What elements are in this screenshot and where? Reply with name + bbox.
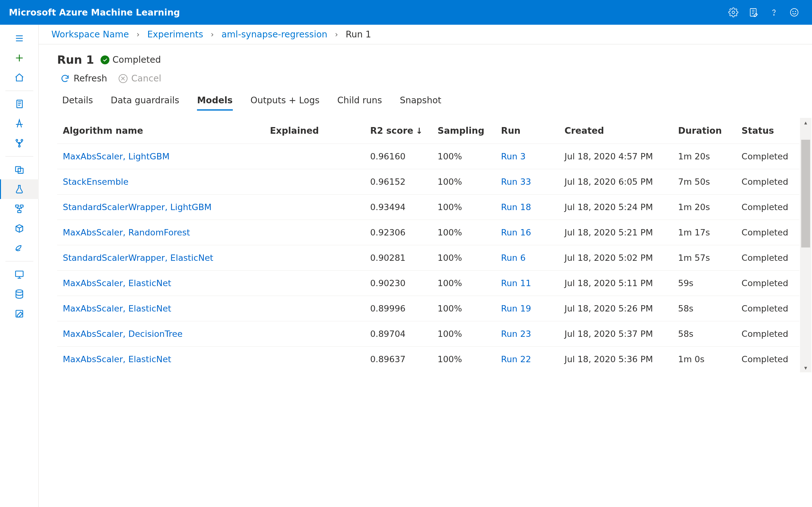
chevron-right-icon: › [335, 30, 338, 39]
col-r2score[interactable]: R2 score↓ [364, 118, 432, 144]
breadcrumb-current: Run 1 [346, 29, 371, 40]
new-plus-icon[interactable] [0, 48, 39, 68]
algorithm-link[interactable]: MaxAbsScaler, ElasticNet [63, 303, 171, 314]
run-link[interactable]: Run 16 [501, 228, 531, 237]
svg-point-8 [21, 139, 22, 141]
cell-status: Completed [736, 245, 799, 271]
vertical-scrollbar[interactable]: ▴ ▾ [800, 118, 811, 372]
refresh-button[interactable]: Refresh [60, 73, 107, 83]
cell-explained [264, 220, 364, 245]
scrollbar-thumb[interactable] [801, 140, 810, 247]
home-icon[interactable] [0, 68, 39, 88]
col-status[interactable]: Status [736, 118, 799, 144]
cell-r2: 0.89996 [364, 296, 432, 321]
cell-status: Completed [736, 169, 799, 194]
tab-outputs-logs[interactable]: Outputs + Logs [251, 91, 320, 110]
hamburger-menu-icon[interactable] [0, 29, 39, 48]
run-link[interactable]: Run 6 [501, 253, 526, 263]
algorithm-link[interactable]: StackEnsemble [63, 177, 129, 187]
cell-sampling: 100% [432, 271, 496, 296]
status-label: Completed [113, 55, 161, 65]
cell-sampling: 100% [432, 220, 496, 245]
pipelines-icon[interactable] [0, 199, 39, 219]
cell-r2: 0.90230 [364, 271, 432, 296]
run-link[interactable]: Run 23 [501, 329, 531, 339]
cell-status: Completed [736, 144, 799, 169]
designer-icon[interactable] [0, 133, 39, 153]
models-table: Algorithm name Explained R2 score↓ Sampl… [57, 118, 799, 372]
col-run[interactable]: Run [496, 118, 559, 144]
breadcrumb-workspace[interactable]: Workspace Name [51, 29, 129, 40]
svg-rect-16 [15, 271, 23, 276]
cancel-icon: ✕ [119, 74, 128, 83]
algorithm-link[interactable]: MaxAbsScaler, RandomForest [63, 228, 190, 237]
help-icon[interactable] [765, 3, 783, 21]
algorithm-link[interactable]: StandardScalerWrapper, LightGBM [63, 202, 212, 212]
tab-models[interactable]: Models [197, 91, 233, 110]
cell-explained [264, 296, 364, 321]
run-link[interactable]: Run 3 [501, 152, 526, 161]
tab-snapshot[interactable]: Snapshot [400, 91, 441, 110]
svg-rect-14 [20, 205, 23, 207]
experiments-icon[interactable] [0, 179, 39, 199]
scroll-up-arrow-icon[interactable]: ▴ [804, 118, 807, 127]
col-algorithm[interactable]: Algorithm name [57, 118, 264, 144]
chevron-right-icon: › [137, 30, 140, 39]
models-icon[interactable] [0, 219, 39, 238]
cancel-button: ✕ Cancel [119, 73, 161, 83]
table-row: MaxAbsScaler, ElasticNet0.89996100%Run 1… [57, 296, 799, 321]
settings-icon[interactable] [724, 3, 742, 21]
run-link[interactable]: Run 19 [501, 303, 531, 314]
cell-sampling: 100% [432, 296, 496, 321]
run-link[interactable]: Run 22 [501, 354, 531, 364]
scroll-down-arrow-icon[interactable]: ▾ [804, 363, 807, 372]
col-created[interactable]: Created [559, 118, 672, 144]
datastores-icon[interactable] [0, 284, 39, 304]
cell-duration: 58s [672, 321, 736, 347]
tab-details[interactable]: Details [62, 91, 93, 110]
tab-child-runs[interactable]: Child runs [337, 91, 382, 110]
algorithm-link[interactable]: MaxAbsScaler, ElasticNet [63, 354, 171, 364]
cell-duration: 1m 17s [672, 220, 736, 245]
svg-point-5 [795, 11, 796, 12]
scrollbar-track[interactable] [800, 127, 811, 363]
algorithm-link[interactable]: MaxAbsScaler, LightGBM [63, 152, 170, 161]
cell-created: Jul 18, 2020 5:36 PM [559, 347, 672, 372]
smile-feedback-icon[interactable] [785, 3, 803, 21]
svg-point-7 [16, 139, 17, 141]
automl-icon[interactable] [0, 114, 39, 133]
main-content: Workspace Name › Experiments › aml-synap… [39, 25, 812, 507]
breadcrumb-experiment-name[interactable]: aml-synapse-regression [221, 29, 327, 40]
col-explained[interactable]: Explained [264, 118, 364, 144]
labeling-icon[interactable] [0, 304, 39, 324]
compute-icon[interactable] [0, 265, 39, 284]
refresh-icon [60, 74, 70, 83]
notebooks-icon[interactable] [0, 94, 39, 114]
run-link[interactable]: Run 18 [501, 202, 531, 212]
cell-explained [264, 144, 364, 169]
run-link[interactable]: Run 11 [501, 278, 531, 288]
cell-created: Jul 18, 2020 4:57 PM [559, 144, 672, 169]
cell-status: Completed [736, 321, 799, 347]
algorithm-link[interactable]: MaxAbsScaler, DecisionTree [63, 329, 183, 339]
cell-created: Jul 18, 2020 5:26 PM [559, 296, 672, 321]
algorithm-link[interactable]: MaxAbsScaler, ElasticNet [63, 278, 171, 288]
datasets-icon[interactable] [0, 160, 39, 179]
algorithm-link[interactable]: StandardScalerWrapper, ElasticNet [63, 253, 213, 263]
col-duration[interactable]: Duration [672, 118, 736, 144]
cell-created: Jul 18, 2020 5:21 PM [559, 220, 672, 245]
cell-status: Completed [736, 271, 799, 296]
cell-created: Jul 18, 2020 5:37 PM [559, 321, 672, 347]
endpoints-icon[interactable] [0, 238, 39, 258]
cell-explained [264, 321, 364, 347]
svg-rect-6 [17, 100, 22, 108]
col-sampling[interactable]: Sampling [432, 118, 496, 144]
feedback-form-icon[interactable] [745, 3, 763, 21]
breadcrumb-experiments[interactable]: Experiments [147, 29, 203, 40]
cell-r2: 0.92306 [364, 220, 432, 245]
tab-data-guardrails[interactable]: Data guardrails [111, 91, 179, 110]
cell-duration: 1m 0s [672, 347, 736, 372]
cell-sampling: 100% [432, 347, 496, 372]
run-link[interactable]: Run 33 [501, 177, 531, 187]
cell-status: Completed [736, 220, 799, 245]
